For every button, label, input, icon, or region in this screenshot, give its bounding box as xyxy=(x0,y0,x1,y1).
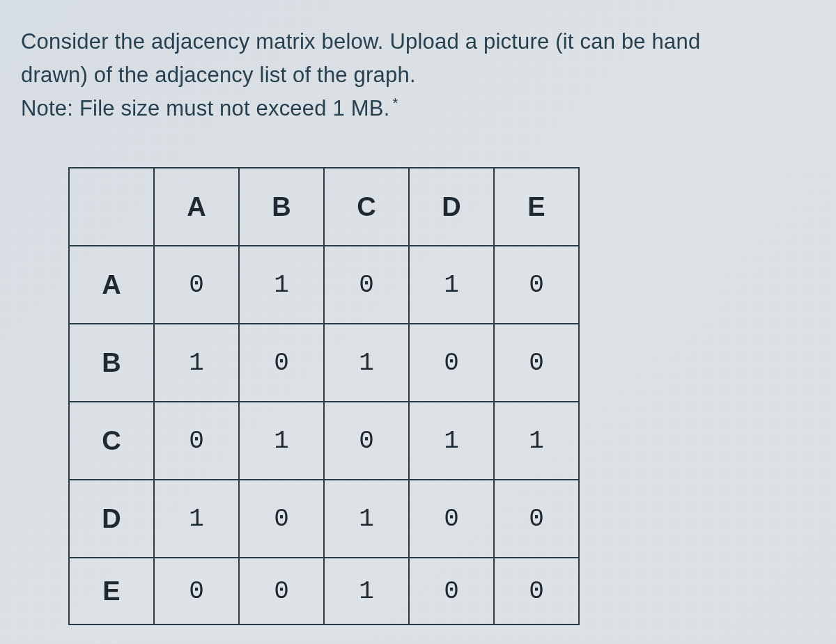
matrix-cell: 0 xyxy=(494,480,579,558)
matrix-row: C 0 1 0 1 1 xyxy=(69,402,579,480)
matrix-cell: 1 xyxy=(324,480,409,558)
matrix-cell: 1 xyxy=(324,324,409,402)
matrix-cell: 0 xyxy=(239,480,324,558)
matrix-cell: 1 xyxy=(239,402,324,480)
question-line-3: Note: File size must not exceed 1 MB.* xyxy=(21,92,801,125)
matrix-row-header: A xyxy=(69,246,154,324)
matrix-cell: 1 xyxy=(239,246,324,324)
matrix-cell: 0 xyxy=(154,246,239,324)
matrix-col-header: C xyxy=(324,168,409,246)
matrix-row-header: D xyxy=(69,480,154,558)
matrix-corner-cell xyxy=(69,168,154,246)
matrix-cell: 0 xyxy=(324,246,409,324)
matrix-cell: 0 xyxy=(324,402,409,480)
required-asterisk: * xyxy=(392,95,398,111)
matrix-col-header: B xyxy=(239,168,324,246)
matrix-cell: 0 xyxy=(494,246,579,324)
matrix-row: B 1 0 1 0 0 xyxy=(69,324,579,402)
matrix-cell: 1 xyxy=(409,246,494,324)
question-page: Consider the adjacency matrix below. Upl… xyxy=(0,0,836,625)
question-line-2: drawn) of the adjacency list of the grap… xyxy=(21,58,801,92)
matrix-row: D 1 0 1 0 0 xyxy=(69,480,579,558)
question-note: Note: File size must not exceed 1 MB. xyxy=(21,96,389,120)
matrix-col-header: D xyxy=(409,168,494,246)
matrix-cell: 1 xyxy=(409,402,494,480)
matrix-row-header: B xyxy=(69,324,154,402)
matrix-cell: 0 xyxy=(494,324,579,402)
matrix-cell: 0 xyxy=(154,558,239,625)
matrix-cell: 0 xyxy=(239,324,324,402)
matrix-header-row: A B C D E xyxy=(69,168,579,246)
matrix-cell: 1 xyxy=(324,558,409,625)
matrix-cell: 0 xyxy=(154,402,239,480)
question-text: Consider the adjacency matrix below. Upl… xyxy=(21,25,801,125)
matrix-cell: 0 xyxy=(409,324,494,402)
matrix-cell: 0 xyxy=(409,480,494,558)
matrix-col-header: E xyxy=(494,168,579,246)
matrix-col-header: A xyxy=(154,168,239,246)
matrix-cell: 1 xyxy=(494,402,579,480)
matrix-cell: 1 xyxy=(154,324,239,402)
adjacency-matrix-wrap: A B C D E A 0 1 0 1 0 B 1 0 1 0 0 xyxy=(68,167,815,625)
matrix-row-header: C xyxy=(69,402,154,480)
matrix-cell: 1 xyxy=(154,480,239,558)
adjacency-matrix-table: A B C D E A 0 1 0 1 0 B 1 0 1 0 0 xyxy=(68,167,580,625)
matrix-cell: 0 xyxy=(409,558,494,625)
matrix-cell: 0 xyxy=(239,558,324,625)
matrix-cell: 0 xyxy=(494,558,579,625)
question-line-1: Consider the adjacency matrix below. Upl… xyxy=(21,25,801,58)
matrix-row: A 0 1 0 1 0 xyxy=(69,246,579,324)
matrix-row: E 0 0 1 0 0 xyxy=(69,558,579,625)
matrix-row-header: E xyxy=(69,558,154,625)
